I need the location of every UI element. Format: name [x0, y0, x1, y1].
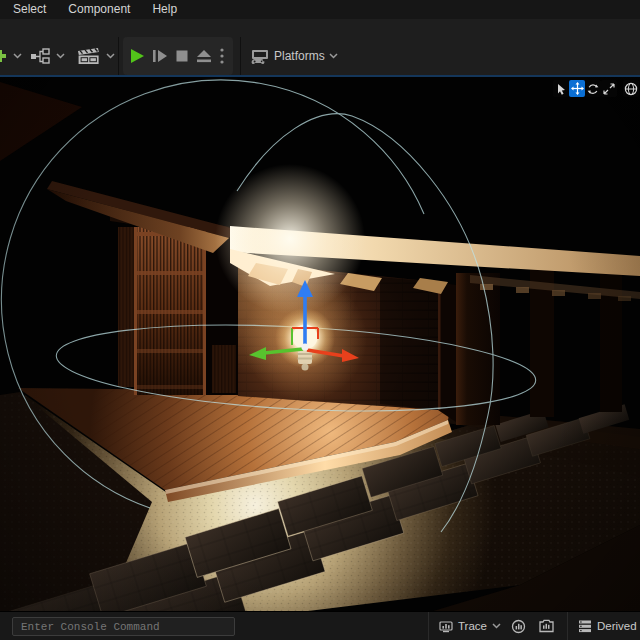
scale-icon — [603, 83, 615, 95]
eject-icon — [195, 48, 213, 64]
play-button[interactable] — [128, 41, 146, 71]
menu-component[interactable]: Component — [57, 0, 141, 19]
trace-snapshot-button[interactable] — [532, 619, 561, 633]
chevron-down-icon — [329, 53, 338, 59]
main-toolbar: Platforms — [0, 19, 640, 77]
vignette — [0, 77, 640, 612]
level-viewport[interactable] — [0, 77, 640, 612]
insights-circle-icon — [511, 619, 526, 634]
menu-bar: Select Component Help — [0, 0, 640, 19]
stop-button[interactable] — [174, 41, 190, 71]
scene-render — [0, 77, 640, 612]
trace-label: Trace — [458, 620, 487, 632]
insights-session-button[interactable] — [505, 619, 532, 634]
world-space-toggle-button[interactable] — [623, 80, 639, 97]
frame-skip-icon — [151, 47, 169, 65]
toolbar-separator — [240, 37, 241, 75]
statusbar-separator — [567, 612, 568, 640]
eject-button[interactable] — [195, 41, 213, 71]
select-mode-button[interactable] — [553, 80, 569, 97]
platforms-icon — [250, 48, 270, 65]
chevron-down-icon — [56, 53, 65, 59]
console-command-input[interactable] — [12, 617, 235, 636]
camera-trace-icon — [538, 619, 555, 633]
platforms-button[interactable]: Platforms — [250, 41, 338, 71]
statusbar-separator — [428, 612, 429, 640]
derived-data-icon — [578, 619, 592, 633]
stop-icon — [174, 48, 190, 64]
unreal-editor-window: { "window": { "menu_items": ["Select", "… — [0, 0, 640, 640]
trace-button[interactable]: Trace — [435, 620, 505, 633]
play-icon — [128, 47, 146, 65]
globe-icon — [624, 82, 638, 96]
move-icon — [571, 82, 584, 95]
status-bar-right: Trace — [422, 612, 640, 640]
add-content-button[interactable] — [0, 41, 22, 71]
cinematics-icon — [76, 46, 102, 66]
scale-mode-button[interactable] — [601, 80, 617, 97]
toolbar-separator — [118, 37, 119, 75]
move-mode-button[interactable] — [569, 80, 585, 97]
rotate-icon — [587, 83, 599, 95]
play-options-button[interactable] — [219, 41, 225, 71]
chevron-down-icon — [492, 623, 501, 629]
chevron-down-icon — [13, 53, 22, 59]
blueprints-icon — [30, 47, 52, 65]
cinematics-button[interactable] — [76, 41, 115, 71]
chevron-down-icon — [106, 53, 115, 59]
status-bar: Trace — [0, 611, 640, 640]
derived-data-status[interactable]: Derived Dat — [574, 619, 640, 633]
menu-select[interactable]: Select — [2, 0, 57, 19]
menu-help[interactable]: Help — [141, 0, 188, 19]
trace-icon — [439, 620, 453, 633]
cursor-icon — [556, 83, 567, 95]
add-icon — [0, 47, 9, 65]
platforms-label: Platforms — [274, 49, 325, 63]
blueprints-button[interactable] — [30, 41, 65, 71]
viewport-transform-toolbar — [553, 80, 639, 97]
more-options-icon — [219, 47, 225, 65]
derived-data-label: Derived Dat — [597, 620, 640, 632]
frame-skip-button[interactable] — [151, 41, 169, 71]
rotate-mode-button[interactable] — [585, 80, 601, 97]
